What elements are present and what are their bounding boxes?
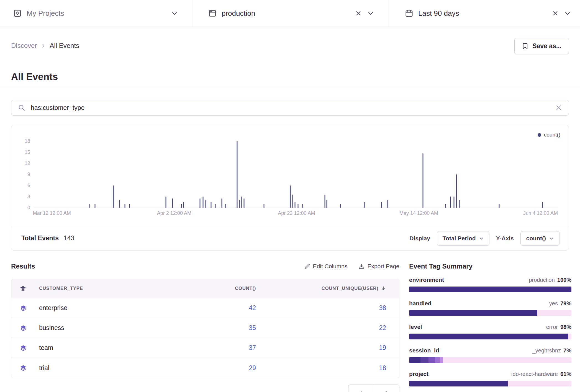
tag-percent: 98% [560,324,571,330]
tag-labels: project ido-react-hardware 61% [409,371,571,378]
results-table: CUSTOMER_TYPE COUNT() COUNT_UNIQUE(USER)… [11,279,399,378]
layers-icon[interactable] [11,364,27,372]
breadcrumb-discover[interactable]: Discover [11,42,37,50]
chevron-down-icon[interactable] [171,10,178,16]
clear-environment-icon[interactable] [355,10,361,16]
project-selector[interactable]: My Projects [0,0,192,27]
tag-labels: session_id _yeghrsbnz 7% [409,347,571,355]
chart-bar [239,200,240,208]
tag-bar-segment[interactable] [508,381,571,386]
tag-bar[interactable] [409,334,571,339]
y-tick-label: 18 [25,138,30,144]
chart-bar [94,204,95,208]
count-cell[interactable]: 37 [249,344,256,352]
x-tick-label: Jun 4 12:00 AM [523,210,558,216]
tag-bar-segment[interactable] [428,357,435,363]
chart-bar [119,200,120,208]
chart-y-axis: 0369121518 [11,141,30,208]
tag-name: level [409,324,422,330]
tag-bar[interactable] [409,310,571,316]
edit-columns-button[interactable]: Edit Columns [304,263,348,270]
tag-bar-segment[interactable] [409,310,537,316]
tag-bar-segment[interactable] [440,357,443,363]
chart-bar [387,200,388,208]
count-cell[interactable]: 29 [249,364,256,372]
table-row: team 37 19 [11,338,399,358]
layers-icon[interactable] [11,324,27,332]
tag-labels: environment production 100% [409,277,571,284]
count-unique-user-cell[interactable]: 38 [379,304,386,312]
y-tick-label: 12 [25,161,30,166]
chart-bar [222,198,222,208]
legend-dot [538,133,541,137]
count-cell[interactable]: 42 [249,304,256,312]
tag-bar-segment[interactable] [420,357,428,363]
column-header-count-unique-user[interactable]: COUNT_UNIQUE(USER) [322,286,386,291]
header-divider [0,88,580,88]
column-header-customer-type[interactable]: CUSTOMER_TYPE [34,286,173,291]
save-as-button[interactable]: Save as... [514,38,569,54]
tag-bar-segment[interactable] [409,357,420,363]
tag-bar[interactable] [409,357,571,363]
tag-bar[interactable] [409,287,571,292]
display-select[interactable]: Total Period [437,231,489,246]
customer-type-cell: team [34,344,173,352]
legend-label: count() [544,132,560,138]
table-row: business 35 22 [11,318,399,338]
date-range-filter[interactable]: Last 90 days [388,0,580,27]
chevron-down-icon[interactable] [368,10,374,16]
event-tag-summary: Event Tag Summary environment production… [409,262,571,392]
previous-page-button[interactable] [348,385,374,392]
column-header-count[interactable]: COUNT() [235,286,256,291]
customer-type-cell: business [34,324,173,332]
tag-bar-segment[interactable] [409,287,571,292]
display-label: Display [409,235,430,242]
window-icon [208,9,217,17]
tag-labels: level error 98% [409,324,571,331]
chart-bar [294,202,295,208]
chevron-down-icon[interactable] [564,10,571,16]
tag-bar[interactable] [409,381,571,386]
chart-footer: Total Events 143 Display Total Period Y-… [11,226,569,250]
calendar-icon [405,9,413,17]
customer-type-cell: trial [34,364,173,372]
chart-legend[interactable]: count() [538,132,560,138]
clear-search-icon[interactable] [555,104,562,111]
total-events-label: Total Events [21,234,59,242]
tag-bar-segment[interactable] [443,357,571,363]
tag-name: handled [409,300,432,307]
breadcrumb-all-events: All Events [50,42,79,50]
chart-bar [324,195,325,208]
tag-top-value: error [546,324,558,330]
count-unique-user-cell[interactable]: 19 [379,344,386,352]
chart-bar [124,204,125,208]
count-cell[interactable]: 35 [249,324,256,332]
clear-date-range-icon[interactable] [552,10,558,16]
export-page-button[interactable]: Export Page [358,263,399,270]
tag-bar-segment[interactable] [435,357,440,363]
count-unique-user-cell[interactable]: 18 [379,364,386,372]
chart-bar [203,197,204,208]
y-axis-select[interactable]: count() [520,231,560,246]
tag-bar-segment[interactable] [409,334,568,339]
layers-icon[interactable] [11,344,27,352]
chart-bar [215,204,215,208]
count-unique-user-cell[interactable]: 22 [379,324,386,332]
sort-descending-icon [381,286,386,291]
results-header: Results Edit Columns Export Page [11,261,399,272]
tag-bar-segment[interactable] [537,310,571,316]
customer-type-cell: enterprise [34,304,173,312]
y-tick-label: 6 [27,183,30,189]
chart-bar [89,204,89,208]
topbar: My Projects production Last 9 [0,0,580,27]
chart-bar [298,204,299,208]
chart-bar [459,200,460,208]
search-input[interactable] [30,104,555,112]
next-page-button[interactable] [374,385,399,392]
chart-bar [211,202,211,208]
tag-bar-segment[interactable] [568,334,571,339]
tag-bar-segment[interactable] [409,381,508,386]
chart-bar [225,204,226,208]
layers-icon[interactable] [11,305,27,312]
environment-filter[interactable]: production [192,0,388,27]
